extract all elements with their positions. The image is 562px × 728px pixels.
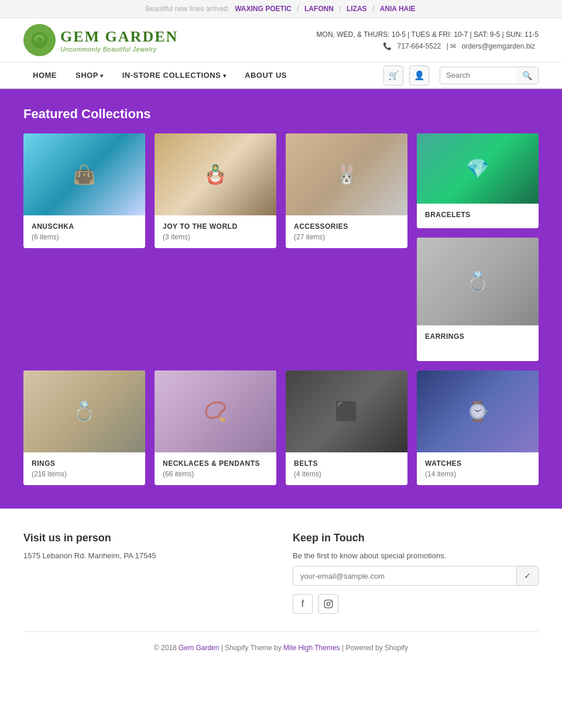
shopify-text: Shopify: [225, 644, 248, 652]
collection-body-anuschka: ANUSCHKA (6 items): [23, 215, 145, 248]
collection-image-earrings: 💍: [417, 238, 539, 325]
collection-earrings[interactable]: 💍 EARRINGS: [417, 238, 539, 361]
collection-name-watches: WATCHES: [425, 459, 530, 468]
nav-links: HOME SHOP IN-STORE COLLECTIONS ABOUT US: [23, 63, 383, 88]
collection-anuschka[interactable]: 👜 ANUSCHKA (6 items): [23, 133, 145, 248]
joy-icon: 🪆: [155, 133, 276, 215]
footer-address: 1575 Lebanon Rd. Manheim, PA 17545: [23, 551, 269, 560]
collection-image-rings: 💍: [23, 370, 145, 452]
announcement-link-1[interactable]: WAXING POETIC: [235, 5, 292, 13]
main-content: Featured Collections 👜 ANUSCHKA (6 items…: [0, 89, 562, 509]
footer-touch: Keep in Touch Be the first to know about…: [293, 532, 539, 614]
svg-point-5: [330, 601, 331, 602]
logo-text-area: GEM GARDEN Uncommonly Beautiful Jewelry: [60, 28, 178, 53]
collection-count-accessories: (27 items): [294, 233, 399, 241]
collection-name-rings: RINGS: [32, 459, 137, 468]
collection-image-bracelets: 💎: [417, 133, 539, 204]
collection-rings[interactable]: 💍 RINGS (216 items): [23, 370, 145, 485]
announcement-text: Beautiful new lines arrived:: [145, 5, 229, 13]
collection-joy[interactable]: 🪆 JOY TO THE WORLD (3 items): [155, 133, 276, 248]
email-link[interactable]: orders@gemgarden.biz: [461, 42, 535, 50]
belts-icon: ⬛: [286, 370, 407, 452]
collection-name-anuschka: ANUSCHKA: [32, 222, 137, 231]
collection-tall-column: 💎 BRACELETS 💍 EARRINGS: [417, 133, 539, 361]
accessories-icon: 🐰: [286, 133, 407, 215]
theme-link[interactable]: Mile High Themes: [283, 644, 340, 652]
collection-name-bracelets: BRACELETS: [425, 211, 530, 219]
collection-bracelets[interactable]: 💎 BRACELETS: [417, 133, 539, 228]
collection-body-bracelets: BRACELETS: [417, 204, 539, 228]
collection-body-necklaces: NECKLACES & PENDANTS (66 items): [155, 452, 276, 485]
footer-top: Visit us in person 1575 Lebanon Rd. Manh…: [23, 532, 539, 632]
brand-tagline: Uncommonly Beautiful Jewelry: [60, 46, 178, 53]
collection-accessories[interactable]: 🐰 ACCESSORIES (27 items): [286, 133, 407, 248]
nav-instore[interactable]: IN-STORE COLLECTIONS: [113, 63, 235, 88]
social-icons: f: [293, 594, 539, 614]
collection-count-rings: (216 items): [32, 470, 137, 478]
brand-name: GEM GARDEN: [60, 28, 178, 46]
collection-name-necklaces: NECKLACES & PENDANTS: [163, 459, 268, 468]
nav-shop[interactable]: SHOP: [66, 63, 113, 88]
bracelets-icon: 💎: [417, 133, 539, 204]
collection-body-earrings: EARRINGS: [417, 325, 539, 350]
collection-body-accessories: ACCESSORIES (27 items): [286, 215, 407, 248]
footer-touch-desc: Be the first to know about special promo…: [293, 551, 539, 560]
collection-name-belts: BELTS: [294, 459, 399, 468]
footer-bottom: © 2018 Gem Garden | Shopify Theme by Mil…: [23, 632, 539, 652]
announcement-link-3[interactable]: LIZAS: [347, 5, 367, 13]
collection-image-joy: 🪆: [155, 133, 276, 215]
cart-button[interactable]: 🛒: [383, 66, 403, 85]
collection-body-rings: RINGS (216 items): [23, 452, 145, 485]
rings-icon: 💍: [23, 370, 145, 452]
watches-icon: ⌚: [417, 370, 539, 452]
email-signup-button[interactable]: ✓: [516, 566, 538, 585]
email-address: orders@gemgarden.biz: [461, 42, 535, 50]
instagram-button[interactable]: [318, 594, 338, 614]
footer-visit: Visit us in person 1575 Lebanon Rd. Manh…: [23, 532, 269, 614]
account-button[interactable]: 👤: [409, 66, 429, 85]
collection-watches[interactable]: ⌚ WATCHES (14 items): [417, 370, 539, 485]
collection-belts[interactable]: ⬛ BELTS (4 items): [286, 370, 407, 485]
logo[interactable]: GEM GARDEN Uncommonly Beautiful Jewelry: [23, 24, 178, 56]
copyright: © 2018: [154, 644, 177, 652]
announcement-link-4[interactable]: ANIA HAIE: [380, 5, 416, 13]
collections-grid-row2: 💍 RINGS (216 items) 📿 NECKLACES & PENDAN…: [23, 370, 539, 485]
collection-image-accessories: 🐰: [286, 133, 407, 215]
header: GEM GARDEN Uncommonly Beautiful Jewelry …: [0, 18, 562, 63]
collection-necklaces[interactable]: 📿 NECKLACES & PENDANTS (66 items): [155, 370, 276, 485]
collection-count-watches: (14 items): [425, 470, 530, 478]
necklaces-icon: 📿: [155, 370, 276, 452]
footer-touch-title: Keep in Touch: [293, 532, 539, 544]
search-box: 🔍: [440, 67, 539, 84]
store-hours: MON, WED, & THURS: 10-5 | TUES & FRI: 10…: [317, 30, 539, 39]
phone-link[interactable]: 717-664-5522: [397, 42, 443, 50]
nav-home[interactable]: HOME: [23, 63, 66, 88]
earrings-icon: 💍: [417, 238, 539, 325]
nav-icons: 🛒 👤 🔍: [383, 66, 539, 85]
nav-about[interactable]: ABOUT US: [235, 63, 296, 88]
collection-name-earrings: EARRINGS: [425, 332, 530, 341]
contact-info: 📞 717-664-5522 | ✉ orders@gemgarden.biz: [317, 42, 539, 50]
brand-link[interactable]: Gem Garden: [179, 644, 219, 652]
collection-count-anuschka: (6 items): [32, 233, 137, 241]
collection-name-accessories: ACCESSORIES: [294, 222, 399, 231]
collection-image-belts: ⬛: [286, 370, 407, 452]
header-info: MON, WED, & THURS: 10-5 | TUES & FRI: 10…: [317, 30, 539, 50]
collection-image-watches: ⌚: [417, 370, 539, 452]
phone-number: 717-664-5522: [397, 42, 441, 50]
svg-point-2: [37, 37, 43, 43]
announcement-bar: Beautiful new lines arrived: WAXING POET…: [0, 0, 562, 18]
svg-point-4: [327, 602, 330, 605]
facebook-button[interactable]: f: [293, 594, 313, 614]
search-input[interactable]: [440, 67, 516, 83]
svg-rect-3: [324, 600, 332, 607]
main-nav: HOME SHOP IN-STORE COLLECTIONS ABOUT US …: [0, 63, 562, 89]
email-signup-input[interactable]: [293, 567, 516, 585]
announcement-link-2[interactable]: LAFONN: [304, 5, 334, 13]
footer-visit-title: Visit us in person: [23, 532, 269, 544]
collection-body-watches: WATCHES (14 items): [417, 452, 539, 485]
collection-count-joy: (3 items): [163, 233, 268, 241]
footer: Visit us in person 1575 Lebanon Rd. Manh…: [0, 509, 562, 675]
search-button[interactable]: 🔍: [516, 67, 538, 84]
collection-image-necklaces: 📿: [155, 370, 276, 452]
